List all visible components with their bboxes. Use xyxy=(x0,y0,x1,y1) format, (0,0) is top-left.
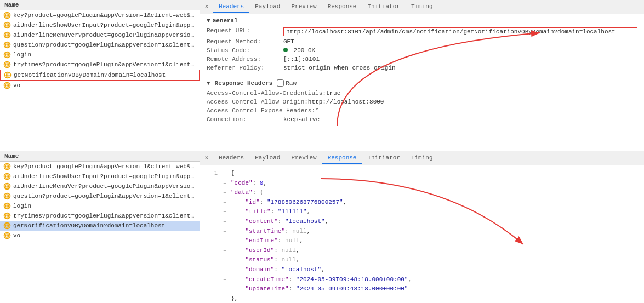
json-starttime: "startTime": null, xyxy=(231,227,310,237)
referrer-policy-value: strict-origin-when-cross-origin xyxy=(283,65,637,71)
json-line-id: – "id": "1788506268776800257", xyxy=(207,198,637,208)
line-number-blank-7 xyxy=(207,236,223,237)
general-section-title[interactable]: ▼ General xyxy=(207,18,637,24)
raw-checkbox-label[interactable]: Raw xyxy=(277,79,297,87)
response-headers-section: ▼ Response Headers Raw Access-Control-Al… xyxy=(200,76,644,127)
tab-preview-bottom[interactable]: Preview xyxy=(286,152,322,164)
b-sidebar-item-5[interactable]: login xyxy=(0,201,200,211)
status-dot xyxy=(283,48,288,52)
b-sidebar-item-text-8: vo xyxy=(13,232,20,239)
json-updatetime: "updateTime": "2024-05-09T09:48:18.000+0… xyxy=(231,284,408,294)
json-code-key: "code": 0, xyxy=(231,179,267,188)
remote-address-label: Remote Address: xyxy=(207,56,283,62)
tab-timing-top[interactable]: Timing xyxy=(406,1,438,13)
status-code-value: 200 OK xyxy=(283,47,637,54)
connection-value: keep-alive xyxy=(283,116,637,123)
sidebar-item-text-8: vo xyxy=(13,82,20,89)
json-line-updatetime: – "updateTime": "2024-05-09T09:48:18.000… xyxy=(207,284,637,294)
headers-panel: × Headers Payload Preview Response Initi… xyxy=(200,0,644,151)
tab-response-top[interactable]: Response xyxy=(322,1,362,13)
b-sidebar-item-text-3: aiUnderlineMenuVer?product=googlePlugin&… xyxy=(13,183,196,190)
sidebar-item-2[interactable]: aiUnderlineShowUserInput?product=googleP… xyxy=(0,20,200,30)
status-text: 200 OK xyxy=(294,47,316,54)
sidebar-item-6[interactable]: trytimes?product=googlePlugin&appVersion… xyxy=(0,60,200,70)
response-panel: × Headers Payload Preview Response Initi… xyxy=(200,151,644,303)
remote-address-value: [::1]:8101 xyxy=(283,56,637,62)
json-open-brace: { xyxy=(231,169,235,179)
line-dash-content: – xyxy=(223,217,231,226)
json-line-1: 1 { xyxy=(207,169,637,179)
line-dash-data: – xyxy=(223,188,231,197)
line-number-blank-3 xyxy=(207,198,223,198)
request-method-label: Request Method: xyxy=(207,38,283,45)
response-headers-triangle: ▼ xyxy=(207,80,210,87)
json-userid: "userId": null, xyxy=(231,246,299,256)
sidebar-item-7[interactable]: getNotificationVOByDomain?domain=localho… xyxy=(0,70,200,81)
response-headers-title[interactable]: ▼ Response Headers Raw xyxy=(207,79,637,87)
acao-label: Access-Control-Allow-Origin: xyxy=(207,99,308,105)
json-createtime: "createTime": "2024-05-09T09:48:18.000+0… xyxy=(231,275,412,285)
tab-preview-top[interactable]: Preview xyxy=(286,1,322,13)
acao-value: http://localhost:8000 xyxy=(308,99,637,105)
aceh-label: Access-Control-Expose-Headers: xyxy=(207,107,315,114)
bottom-sidebar: Name key?product=googlePlugin&appVersion… xyxy=(0,151,200,303)
b-sidebar-item-text-7: getNotificationVOByDomain?domain=localho… xyxy=(13,222,165,229)
b-sidebar-item-8[interactable]: vo xyxy=(0,231,200,241)
line-dash-1 xyxy=(223,169,231,169)
sidebar-item-1[interactable]: key?product=googlePlugin&appVersion=1&cl… xyxy=(0,10,200,20)
tab-headers-bottom[interactable]: Headers xyxy=(213,152,249,164)
b-sidebar-item-2[interactable]: aiUnderlineShowUserInput?product=googleP… xyxy=(0,171,200,181)
b-sidebar-item-7[interactable]: getNotificationVOByDomain?domain=localho… xyxy=(0,221,200,231)
tab-headers-top[interactable]: Headers xyxy=(213,1,249,13)
top-sidebar: Name key?product=googlePlugin&appVersion… xyxy=(0,0,200,151)
sidebar-item-text-1: key?product=googlePlugin&appVersion=1&cl… xyxy=(13,12,196,19)
request-method-value: GET xyxy=(283,38,637,45)
tab-response-bottom[interactable]: Response xyxy=(322,152,362,164)
response-headers-text: Response Headers xyxy=(215,80,273,87)
b-sidebar-item-text-1: key?product=googlePlugin&appVersion=1&cl… xyxy=(13,163,196,170)
line-dash-status: – xyxy=(223,255,231,265)
line-dash-createtime: – xyxy=(223,275,231,284)
b-sidebar-item-1[interactable]: key?product=googlePlugin&appVersion=1&cl… xyxy=(0,162,200,171)
sidebar-item-text-4: question?product=googlePlugin&appVersion… xyxy=(13,42,196,48)
tab-payload-bottom[interactable]: Payload xyxy=(249,152,286,164)
json-content-val: "content": "localhost", xyxy=(231,217,328,227)
raw-checkbox[interactable] xyxy=(277,79,284,87)
tab-timing-bottom[interactable]: Timing xyxy=(406,152,438,164)
tab-initiator-bottom[interactable]: Initiator xyxy=(362,152,405,164)
sidebar-item-5[interactable]: login xyxy=(0,50,200,60)
sidebar-item-text-5: login xyxy=(13,52,31,58)
sidebar-item-3[interactable]: aiUnderlineMenuVer?product=googlePlugin&… xyxy=(0,30,200,40)
json-close-data: }, xyxy=(231,294,238,303)
sidebar-item-8[interactable]: vo xyxy=(0,81,200,90)
b-sidebar-item-text-5: login xyxy=(13,203,31,209)
sidebar-item-4[interactable]: question?product=googlePlugin&appVersion… xyxy=(0,40,200,50)
b-sidebar-item-text-2: aiUnderlineShowUserInput?product=googleP… xyxy=(13,173,196,180)
json-data-key: "data": { xyxy=(231,188,263,198)
line-dash-close-data: – xyxy=(223,294,231,303)
json-line-createtime: – "createTime": "2024-05-09T09:48:18.000… xyxy=(207,275,637,285)
tab-initiator-top[interactable]: Initiator xyxy=(362,1,405,13)
network-icon-8 xyxy=(3,82,11,89)
close-button-top[interactable]: × xyxy=(202,3,211,12)
tab-payload-top[interactable]: Payload xyxy=(249,1,286,13)
json-line-close-data: – }, xyxy=(207,294,637,303)
b-network-icon-3 xyxy=(3,182,11,190)
json-line-code: – "code": 0, xyxy=(207,179,637,188)
line-dash-code: – xyxy=(223,179,231,188)
b-sidebar-item-text-4: question?product=googlePlugin&appVersion… xyxy=(13,193,196,199)
line-number-blank-5 xyxy=(207,217,223,218)
acac-label: Access-Control-Allow-Credentials: xyxy=(207,90,326,96)
request-url-row: Request URL: http://localhost:8101/api/a… xyxy=(207,26,637,37)
aceh-value: * xyxy=(315,107,637,114)
b-sidebar-item-6[interactable]: trytimes?product=googlePlugin&appVersion… xyxy=(0,211,200,221)
b-sidebar-item-4[interactable]: question?product=googlePlugin&appVersion… xyxy=(0,191,200,201)
json-line-title: – "title": "111111", xyxy=(207,207,637,217)
close-button-bottom[interactable]: × xyxy=(202,154,211,163)
json-line-userid: – "userId": null, xyxy=(207,246,637,256)
line-dash-id: – xyxy=(223,198,231,207)
acac-row: Access-Control-Allow-Credentials: true xyxy=(207,89,637,98)
top-tab-bar: × Headers Payload Preview Response Initi… xyxy=(200,0,644,14)
line-dash-title: – xyxy=(223,207,231,216)
b-sidebar-item-3[interactable]: aiUnderlineMenuVer?product=googlePlugin&… xyxy=(0,181,200,191)
